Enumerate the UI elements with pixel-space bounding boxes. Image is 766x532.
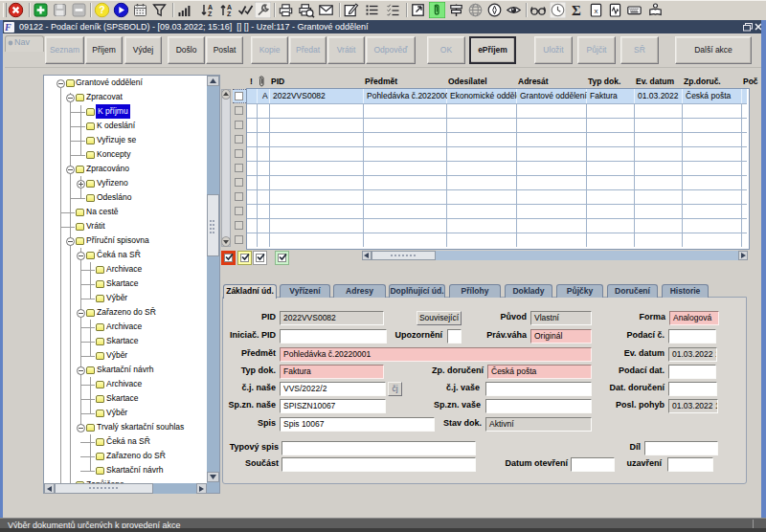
svg-text:Σ: Σ — [572, 3, 581, 18]
svg-text:A: A — [227, 4, 232, 11]
svg-text:A: A — [208, 4, 213, 11]
svg-text:?: ? — [99, 4, 104, 15]
svg-text:Z: Z — [208, 11, 213, 17]
svg-text:Z: Z — [227, 11, 232, 17]
svg-text:x: x — [595, 7, 598, 15]
